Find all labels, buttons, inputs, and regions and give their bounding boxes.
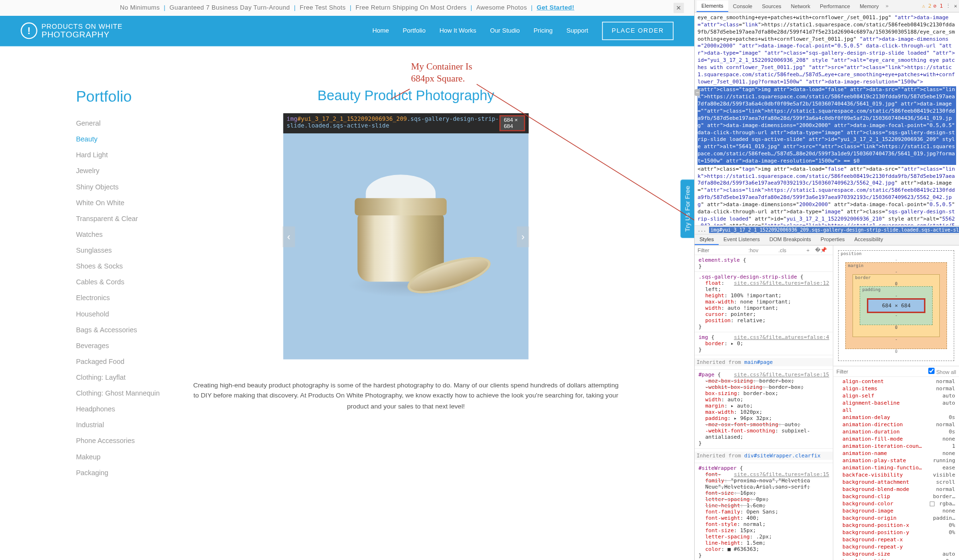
computed-property-row[interactable]: ▸background-position-y0%	[833, 529, 959, 536]
devtools-tab[interactable]: Memory	[855, 1, 884, 12]
computed-property-row[interactable]: ▸background-originpaddin…	[833, 514, 959, 522]
computed-property-row[interactable]: ▸animation-delay0s	[833, 414, 959, 421]
styles-subtab[interactable]: DOM Breakpoints	[765, 234, 816, 245]
css-rule[interactable]: #siteWrapper {site.css?&filte…tures=fals…	[695, 463, 833, 560]
sidebar-item[interactable]: Hard Light	[76, 147, 166, 163]
errors-badge[interactable]: ⊘ 1	[934, 3, 943, 9]
sidebar-item[interactable]: White On White	[76, 195, 166, 210]
sidebar-item[interactable]: Makeup	[76, 449, 166, 465]
nav-link[interactable]: Our Studio	[490, 27, 520, 35]
dom-node[interactable]: <attr">class="tagn">img attr">data-load=…	[698, 86, 956, 164]
computed-property-row[interactable]: ▸background-blend-modenormal	[833, 486, 959, 493]
sidebar-item[interactable]: Electronics	[76, 290, 166, 306]
sidebar-item[interactable]: Industrial	[76, 417, 166, 433]
computed-property-row[interactable]: ▸backface-visibilityvisible	[833, 471, 959, 478]
styles-filter-input[interactable]	[698, 247, 731, 253]
sidebar-item[interactable]: Household	[76, 306, 166, 322]
computed-property-row[interactable]: ▸background-repeat-y	[833, 543, 959, 550]
devtools-menu-icon[interactable]: ⋮	[946, 3, 951, 9]
more-tabs-icon[interactable]: »	[886, 3, 889, 9]
nav-link[interactable]: Pricing	[533, 27, 553, 35]
hov-toggle[interactable]: :hov	[748, 247, 758, 253]
sidebar-item[interactable]: Clothing: Ghost Mannequin	[76, 385, 166, 401]
sidebar-item[interactable]: Headphones	[76, 401, 166, 417]
css-rule[interactable]: element.style {}	[695, 255, 833, 272]
gallery-prev-button[interactable]: ‹	[283, 226, 295, 247]
place-order-button[interactable]: PLACE ORDER	[602, 22, 674, 40]
css-rule[interactable]: Inherited from div#siteWrapper.clearfix	[695, 449, 833, 463]
sidebar-item[interactable]: Shoes & Socks	[76, 258, 166, 274]
computed-property-row[interactable]: ▸animation-timing-functio…ease	[833, 464, 959, 471]
sidebar-item[interactable]: Transparent & Clear	[76, 210, 166, 226]
sidebar-item[interactable]: Shiny Objects	[76, 179, 166, 195]
computed-property-row[interactable]: ▸animation-play-staterunning	[833, 457, 959, 464]
computed-property-row[interactable]: ▸background-sizeauto	[833, 550, 959, 558]
computed-property-row[interactable]: ▸background-repeat-x	[833, 536, 959, 543]
sidebar-item[interactable]: Bags & Accessories	[76, 322, 166, 338]
new-rule-button[interactable]: +	[806, 247, 809, 253]
computed-property-row[interactable]: ▸all	[833, 407, 959, 414]
show-all-checkbox[interactable]: Show all	[928, 368, 956, 375]
devtools-tab[interactable]: Network	[786, 1, 815, 12]
computed-styles-list[interactable]: ▸align-contentnormal▸align-itemsnormal▸a…	[833, 377, 959, 560]
sidebar-item[interactable]: General	[76, 115, 166, 131]
sidebar-item[interactable]: Clothing: Layflat	[76, 369, 166, 385]
css-rule[interactable]: img {site.css?&filte…atures=false:4borde…	[695, 332, 833, 355]
nav-link[interactable]: Support	[567, 27, 588, 35]
computed-property-row[interactable]: ▸align-contentnormal	[833, 378, 959, 385]
computed-property-row[interactable]: ▸background-position-x0%	[833, 522, 959, 529]
devtools-tab[interactable]: Console	[728, 1, 757, 12]
devtools-close-icon[interactable]: ✕	[954, 3, 957, 9]
computed-property-row[interactable]: ▸animation-iteration-coun…1	[833, 443, 959, 450]
computed-property-row[interactable]: ▸background-color rgba…	[833, 500, 959, 507]
gallery-slide-image[interactable]: ‹ ›	[283, 114, 528, 359]
styles-subtab[interactable]: Properties	[816, 234, 850, 245]
warnings-badge[interactable]: ⚠ 2	[922, 3, 932, 9]
sidebar-item[interactable]: Cables & Cords	[76, 274, 166, 290]
elements-dom-tree[interactable]: ⋯ eye_care_smoothing+eye+patches+with+co…	[695, 12, 959, 225]
css-rule[interactable]: #page {site.css?&filte…tures=false:15-mo…	[695, 370, 833, 449]
computed-property-row[interactable]: ▸alignment-baselineauto	[833, 399, 959, 407]
gallery-next-button[interactable]: ›	[517, 226, 529, 247]
promo-close-button[interactable]: ✕	[674, 3, 684, 13]
nav-link[interactable]: Home	[372, 27, 389, 35]
sidebar-item[interactable]: Sunglasses	[76, 242, 166, 258]
css-rule[interactable]: Inherited from main#page	[695, 355, 833, 370]
computed-property-row[interactable]: ▸align-itemsnormal	[833, 385, 959, 392]
sidebar-item[interactable]: Beauty	[76, 131, 166, 147]
sidebar-item[interactable]: Jewelry	[76, 163, 166, 179]
sidebar-item[interactable]: Beverages	[76, 338, 166, 353]
styles-pane[interactable]: :hov .cls + �📌 element.style {}.sqs-gall…	[695, 245, 833, 560]
styles-subtab[interactable]: Styles	[695, 234, 719, 245]
devtools-tab[interactable]: Elements	[697, 0, 728, 12]
dom-grip-icon[interactable]: ⋯	[695, 89, 700, 96]
nav-link[interactable]: How It Works	[439, 27, 476, 35]
computed-property-row[interactable]: ▸animation-fill-modenone	[833, 435, 959, 443]
pin-icon[interactable]: �📌	[815, 247, 827, 253]
cls-toggle[interactable]: .cls	[779, 247, 787, 253]
sidebar-item[interactable]: Packaging	[76, 465, 166, 480]
computed-filter-input[interactable]	[836, 368, 928, 375]
styles-subtab[interactable]: Accessibility	[850, 234, 888, 245]
computed-property-row[interactable]: ▸animation-directionnormal	[833, 421, 959, 428]
dom-node[interactable]: eye_care_smoothing+eye+patches+with+corn…	[698, 14, 956, 85]
logo[interactable]: ! PRODUCTS ON WHITE PHOTOGRAPHY	[21, 23, 122, 39]
dom-breadcrumb[interactable]: ... img#yui_3_17_2_1_1522092006936_209.s…	[695, 225, 959, 234]
computed-property-row[interactable]: ▸animation-namenone	[833, 450, 959, 457]
devtools-tab[interactable]: Performance	[815, 1, 855, 12]
nav-link[interactable]: Portfolio	[403, 27, 426, 35]
css-rule[interactable]: .sqs-gallery-design-strip-slide {site.cs…	[695, 272, 833, 332]
sidebar-item[interactable]: Watches	[76, 226, 166, 242]
computed-property-row[interactable]: ▸align-selfauto	[833, 392, 959, 399]
dom-node[interactable]: <attr">class="tagn">img attr">data-load=…	[698, 166, 956, 225]
computed-property-row[interactable]: ▸animation-duration0s	[833, 428, 959, 435]
computed-property-row[interactable]: ▸background-clipborder…	[833, 493, 959, 500]
computed-property-row[interactable]: ▸background-imagenone	[833, 507, 959, 514]
styles-subtab[interactable]: Event Listeners	[719, 234, 765, 245]
sidebar-item[interactable]: Packaged Food	[76, 353, 166, 369]
computed-property-row[interactable]: ▸background-attachmentscroll	[833, 478, 959, 486]
devtools-tab[interactable]: Sources	[757, 1, 786, 12]
get-started-link[interactable]: Get Started!	[537, 4, 575, 11]
sidebar-item[interactable]: Phone Accessories	[76, 433, 166, 449]
try-free-tab[interactable]: Try Us For Free	[680, 179, 695, 238]
